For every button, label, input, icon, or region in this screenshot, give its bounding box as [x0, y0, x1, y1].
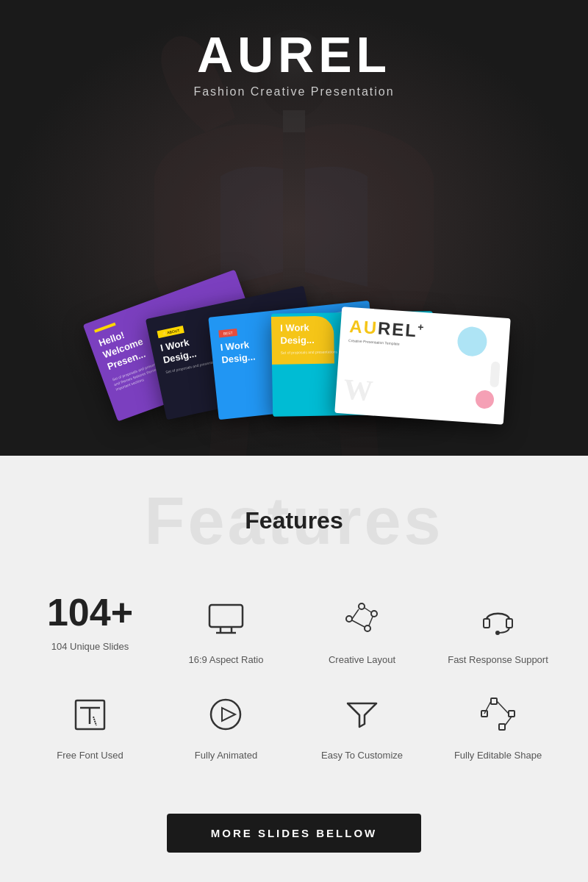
svg-point-6 — [346, 616, 352, 622]
slides-count-number: 104+ — [47, 593, 133, 631]
svg-point-8 — [371, 611, 377, 617]
features-section: Features Features 104+ 104 Unique Slides… — [0, 456, 588, 882]
nodes-icon — [337, 593, 388, 645]
fast-response-label: Fast Response Support — [448, 653, 548, 667]
svg-line-10 — [352, 609, 359, 619]
headset-icon — [473, 593, 524, 645]
features-heading-wrap: Features Features — [29, 485, 559, 556]
svg-point-7 — [359, 603, 365, 609]
svg-rect-26 — [499, 724, 505, 730]
svg-rect-1 — [283, 110, 305, 132]
play-icon — [201, 689, 252, 740]
features-title: Features — [29, 485, 559, 556]
feature-item-support: Fast Response Support — [437, 593, 559, 667]
feature-item-aspect: 16:9 Aspect Ratio — [165, 593, 287, 667]
svg-line-11 — [365, 608, 371, 612]
cta-section: MORE SLIDES BELLOW — [29, 799, 559, 875]
hero-content: AUREL Fashion Creative Presentation — [193, 0, 394, 98]
svg-line-20 — [93, 717, 96, 725]
more-slides-button[interactable]: MORE SLIDES BELLOW — [167, 814, 422, 853]
aspect-ratio-label: 16:9 Aspect Ratio — [189, 653, 264, 667]
svg-point-16 — [495, 631, 500, 635]
editable-shape-label: Fully Editable Shape — [454, 749, 542, 762]
slide-preview-5: AUREL+ Creative Presentation Template W — [334, 306, 511, 425]
svg-marker-22 — [222, 708, 235, 721]
svg-line-29 — [505, 717, 512, 725]
svg-rect-15 — [506, 619, 512, 628]
easy-customize-label: Easy To Customize — [321, 749, 403, 762]
svg-rect-25 — [491, 698, 497, 704]
svg-rect-2 — [209, 605, 243, 627]
features-grid: 104+ 104 Unique Slides 16:9 Aspect Ratio — [29, 593, 559, 762]
hero-section: AUREL Fashion Creative Presentation Hell… — [0, 0, 588, 456]
feature-item-shape: Fully Editable Shape — [437, 689, 559, 762]
hero-subtitle: Fashion Creative Presentation — [193, 85, 394, 98]
feature-item-font: Free Font Used — [29, 689, 151, 762]
svg-line-13 — [352, 620, 365, 627]
feature-item-animated: Fully Animated — [165, 689, 287, 762]
hero-title: AUREL — [193, 29, 394, 79]
svg-rect-24 — [509, 711, 514, 717]
animated-label: Fully Animated — [195, 749, 257, 762]
feature-item-slides: 104+ 104 Unique Slides — [29, 593, 151, 667]
creative-layout-label: Creative Layout — [329, 653, 395, 667]
feature-item-layout: Creative Layout — [301, 593, 423, 667]
funnel-icon — [337, 689, 388, 740]
slides-count-label: 104 Unique Slides — [51, 640, 129, 653]
font-icon — [65, 689, 116, 740]
svg-point-9 — [365, 625, 370, 631]
svg-rect-14 — [484, 619, 490, 628]
slides-fan: Hello!WelcomePresen... Set of proposals … — [96, 184, 537, 441]
monitor-icon — [201, 593, 252, 645]
shape-icon — [473, 689, 524, 740]
svg-line-12 — [369, 617, 373, 625]
feature-item-customize: Easy To Customize — [301, 689, 423, 762]
free-font-label: Free Font Used — [57, 749, 123, 762]
svg-line-28 — [497, 701, 509, 714]
